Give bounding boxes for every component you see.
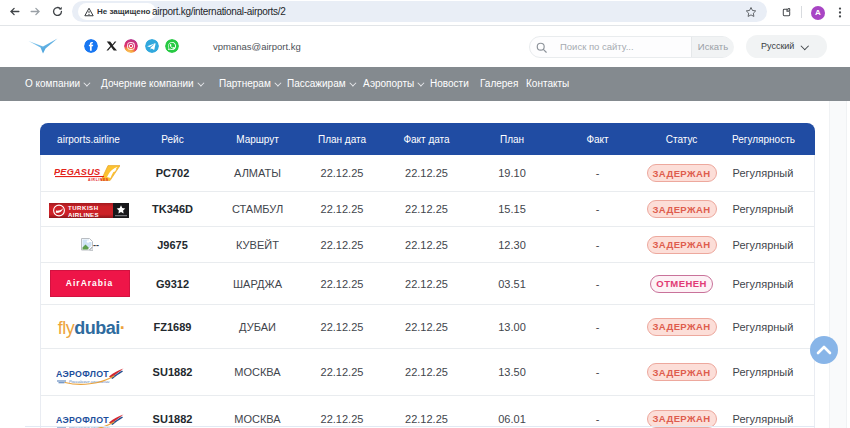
svg-text:АЭРОФЛОТ: АЭРОФЛОТ <box>56 369 109 379</box>
svg-text:PEGASUS: PEGASUS <box>54 167 101 177</box>
svg-text:AIRLINES: AIRLINES <box>88 178 109 182</box>
svg-text:АЭРОФЛОТ: АЭРОФЛОТ <box>56 415 109 425</box>
svg-text:AIRLINES: AIRLINES <box>68 210 99 217</box>
